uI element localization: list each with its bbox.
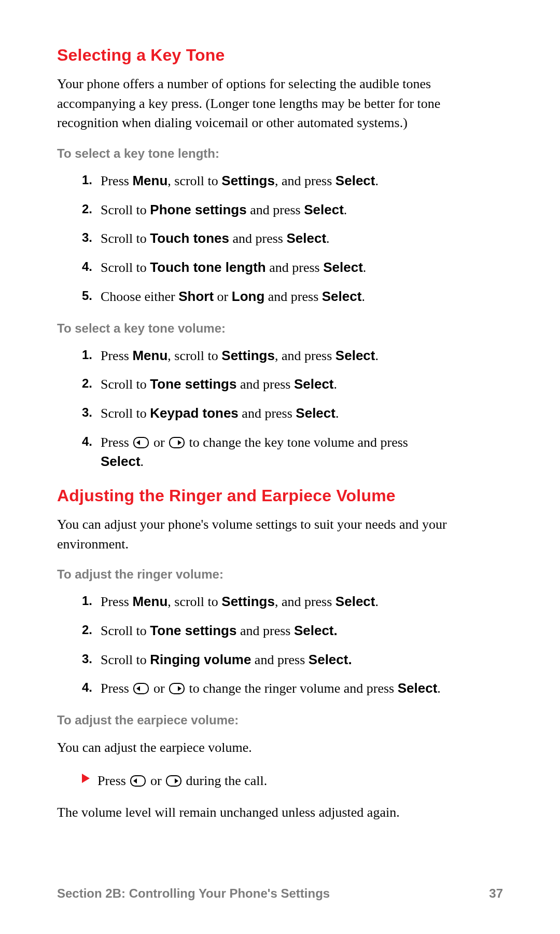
steps-key-tone-volume: 1. Press Menu, scroll to Settings, and p… xyxy=(57,346,503,472)
bold: Phone settings xyxy=(150,202,246,217)
label-earpiece-volume: To adjust the earpiece volume: xyxy=(57,713,503,727)
heading-ringer-earpiece: Adjusting the Ringer and Earpiece Volume xyxy=(57,486,503,505)
step-text: Press xyxy=(101,348,132,363)
bold: Select xyxy=(335,348,375,363)
step-number: 3. xyxy=(82,404,92,422)
step-text: Scroll to xyxy=(101,377,150,392)
step-number: 3. xyxy=(82,229,92,247)
step-text: Scroll to xyxy=(101,623,150,638)
bold: Select. xyxy=(309,652,352,667)
step-text: . xyxy=(375,594,379,609)
step-text: and press xyxy=(251,652,308,667)
nav-right-icon xyxy=(169,683,185,694)
label-key-tone-length: To select a key tone length: xyxy=(57,146,503,161)
bold: Select xyxy=(101,454,141,469)
bold: Settings xyxy=(221,594,275,609)
label-key-tone-volume: To select a key tone volume: xyxy=(57,321,503,336)
footer-page-number: 37 xyxy=(489,886,503,901)
step-text: . xyxy=(334,377,338,392)
bold: Select xyxy=(323,259,363,275)
step-text: , and press xyxy=(275,348,335,363)
step-text: . xyxy=(375,348,379,363)
nav-left-icon xyxy=(133,437,149,448)
nav-right-icon xyxy=(166,775,181,787)
step-text: or xyxy=(147,773,165,788)
step-text: . xyxy=(437,681,441,696)
step: 1. Press Menu, scroll to Settings, and p… xyxy=(82,346,503,366)
step-text: . xyxy=(344,202,347,217)
step-text: Scroll to xyxy=(101,260,150,275)
bold: Short xyxy=(178,289,214,304)
step-text: Press xyxy=(101,435,132,450)
step-number: 4. xyxy=(82,258,92,276)
step-text: , scroll to xyxy=(167,173,221,188)
step-text: and press xyxy=(247,202,304,217)
step-text: Press xyxy=(101,681,132,696)
step-text: or xyxy=(214,289,232,304)
step-number: 2. xyxy=(82,200,92,218)
step-text: during the call. xyxy=(183,773,267,788)
nav-left-icon xyxy=(133,683,149,694)
step: 3. Scroll to Ringing volume and press Se… xyxy=(82,650,503,670)
step-text: . xyxy=(326,231,330,246)
step-text: and press xyxy=(229,231,286,246)
step-text: and press xyxy=(236,377,293,392)
step-text: , scroll to xyxy=(167,594,221,609)
step-text: , scroll to xyxy=(167,348,221,363)
step-number: 4. xyxy=(82,433,92,451)
bold: Select xyxy=(296,405,335,421)
page-footer: Section 2B: Controlling Your Phone's Set… xyxy=(57,886,503,901)
bold: Ringing volume xyxy=(150,652,251,667)
step-text: Press xyxy=(101,173,132,188)
step-text: . xyxy=(141,454,144,469)
step-number: 4. xyxy=(82,679,92,697)
earpiece-step: Press or during the call. xyxy=(57,771,503,791)
intro-key-tone: Your phone offers a number of options fo… xyxy=(57,74,503,133)
step: 3. Scroll to Touch tones and press Selec… xyxy=(82,229,503,249)
step-text: Scroll to xyxy=(101,202,150,217)
step: 3. Scroll to Keypad tones and press Sele… xyxy=(82,404,503,423)
step: 4. Press or to change the key tone volum… xyxy=(82,433,503,472)
step-text: to change the key tone volume and press xyxy=(186,435,408,450)
step: 2. Scroll to Tone settings and press Sel… xyxy=(82,621,503,641)
step-text: . xyxy=(335,406,339,421)
step-text: or xyxy=(150,681,168,696)
step-text: Choose either xyxy=(101,289,178,304)
earpiece-outro: The volume level will remain unchanged u… xyxy=(57,803,503,822)
heading-key-tone: Selecting a Key Tone xyxy=(57,46,503,65)
step-text: . xyxy=(361,289,365,304)
steps-key-tone-length: 1. Press Menu, scroll to Settings, and p… xyxy=(57,171,503,306)
step-text: Press xyxy=(97,773,129,788)
step-number: 1. xyxy=(82,346,92,364)
step: 1. Press Menu, scroll to Settings, and p… xyxy=(82,592,503,612)
bold: Select xyxy=(335,173,375,188)
step-number: 5. xyxy=(82,287,92,305)
step-text: . xyxy=(375,173,379,188)
bold: Settings xyxy=(221,173,275,188)
step-number: 1. xyxy=(82,592,92,610)
step-text: Scroll to xyxy=(101,406,150,421)
step-text: and press xyxy=(266,260,323,275)
step-text: , and press xyxy=(275,594,335,609)
step-number: 3. xyxy=(82,650,92,668)
step: 1. Press Menu, scroll to Settings, and p… xyxy=(82,171,503,191)
step-text: and press xyxy=(236,623,293,638)
bold: Select xyxy=(322,289,362,304)
bold: Keypad tones xyxy=(150,405,239,421)
bold: Menu xyxy=(132,173,167,188)
bold: Select. xyxy=(294,623,338,638)
step-text: Scroll to xyxy=(101,652,150,667)
step-number: 2. xyxy=(82,621,92,639)
step-text: Press xyxy=(101,594,132,609)
bold: Select xyxy=(398,680,438,696)
earpiece-intro: You can adjust the earpiece volume. xyxy=(57,738,503,758)
bold: Touch tones xyxy=(150,230,229,246)
step: 2. Scroll to Phone settings and press Se… xyxy=(82,200,503,220)
bold: Menu xyxy=(132,594,167,609)
step: 4. Scroll to Touch tone length and press… xyxy=(82,258,503,278)
step-number: 2. xyxy=(82,375,92,393)
bold: Settings xyxy=(221,348,275,363)
intro-ringer: You can adjust your phone's volume setti… xyxy=(57,515,503,554)
step-text: , and press xyxy=(275,173,335,188)
step: 5. Choose either Short or Long and press… xyxy=(82,287,503,307)
